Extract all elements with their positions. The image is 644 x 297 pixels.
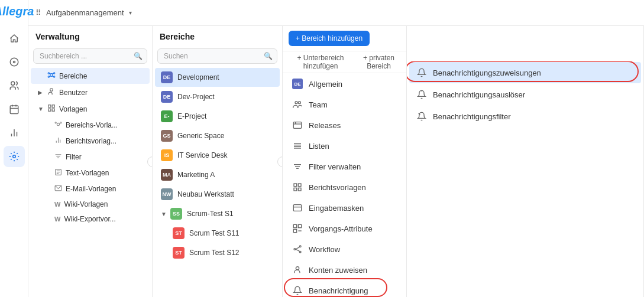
- tree-item-emailvorlagen[interactable]: E-Mail-Vorlagen: [31, 181, 150, 197]
- scrumtest-expand: ▼: [161, 211, 169, 217]
- area-label-devproject: Dev-Project: [177, 93, 215, 101]
- mid-item-vorgangsattribute[interactable]: Vorgangs-Attribute: [285, 218, 404, 239]
- right-item-zuweisungen-wrapper: Benachrichtigungszuweisungen: [407, 62, 643, 83]
- mid-item-benachrichtigung[interactable]: Benachrichtigung: [285, 280, 404, 297]
- mid-item-listen[interactable]: Listen: [285, 136, 404, 156]
- add-privat-button[interactable]: + privaten Bereich: [356, 54, 402, 70]
- svg-point-63: [299, 251, 301, 253]
- releases-label: Releases: [309, 121, 341, 130]
- tree-item-benutzer[interactable]: ▶ Benutzer: [31, 84, 150, 100]
- berichtsvorlag-label: Berichtsvorlag...: [66, 137, 145, 145]
- area-item-development[interactable]: DE Development: [155, 68, 280, 87]
- mid-item-berichtsvorlagen[interactable]: Berichtsvorlagen: [285, 177, 404, 197]
- wikivorlagen-icon: W: [54, 201, 60, 208]
- main-content: ⠿ Aufgabenmanagement ▾ Verwaltung 🔍: [28, 0, 644, 297]
- svg-point-61: [294, 249, 296, 250]
- area-item-scrums11[interactable]: ST Scrum Test S11: [155, 224, 280, 243]
- area-item-marketinga[interactable]: MA Marketing A: [155, 165, 280, 184]
- mid-item-releases[interactable]: Releases: [285, 115, 404, 135]
- tree-item-wikivorlagen[interactable]: W Wiki-Vorlagen: [31, 197, 150, 211]
- mid-item-allgemein[interactable]: DE Allgemein: [285, 74, 404, 94]
- svg-point-27: [60, 122, 62, 123]
- benachrichtigung-icon: [291, 284, 304, 297]
- filterverwalten-icon: [291, 160, 304, 173]
- svg-point-2: [11, 81, 14, 85]
- svg-point-0: [10, 58, 18, 66]
- app-name-label[interactable]: Aufgabenmanagement: [46, 8, 124, 17]
- area-item-neubau[interactable]: NW Neubau Werkstatt: [155, 185, 280, 204]
- area-item-itservice[interactable]: IS IT Service Desk: [155, 146, 280, 165]
- grid-icon[interactable]: ⠿: [35, 8, 41, 17]
- svg-line-65: [296, 249, 300, 251]
- allgemein-icon: DE: [291, 77, 304, 90]
- area-badge-genericspace: GS: [161, 130, 173, 142]
- tree-item-berichtsvorlag[interactable]: Berichtsvorlag...: [31, 133, 150, 149]
- workflow-label: Workflow: [309, 245, 340, 254]
- svg-point-25: [57, 123, 59, 125]
- svg-point-66: [296, 267, 299, 270]
- mid-item-eingabemasken[interactable]: Eingabemasken: [285, 198, 404, 218]
- zuweisungen-label: Benachrichtigungszuweisungen: [433, 68, 541, 77]
- tree-item-textvorlagen[interactable]: Text-Vorlagen: [31, 165, 150, 181]
- chart-icon[interactable]: [4, 122, 25, 143]
- verwaltung-search-icon: 🔍: [134, 52, 143, 60]
- tree-item-wikiexport[interactable]: W Wiki-Exportvor...: [31, 212, 150, 226]
- allgemein-label: Allgemein: [309, 80, 342, 89]
- bereiche-search-input[interactable]: [157, 48, 277, 64]
- verwaltung-search-input[interactable]: [33, 48, 147, 64]
- verwaltung-title: Verwaltung: [35, 32, 80, 41]
- bnfilter-label: Benachrichtigungsfilter: [433, 112, 511, 121]
- bereiche-label: Bereiche: [59, 72, 145, 80]
- kontenzuweisen-icon: [291, 263, 304, 276]
- berichtsvorlagen-icon: [291, 181, 304, 194]
- bereiche-icon: [47, 71, 56, 81]
- area-label-marketinga: Marketing A: [177, 171, 215, 179]
- home-icon[interactable]: [4, 28, 25, 49]
- area-badge-itservice: IS: [161, 149, 173, 161]
- area-item-scrumtest[interactable]: ▼ SS Scrum-Test S1: [155, 204, 280, 223]
- benutzer-icon: [47, 87, 56, 97]
- area-item-eproject[interactable]: E- E-Project: [155, 107, 280, 126]
- bnfilter-icon: [415, 110, 428, 123]
- right-item-bnfilter[interactable]: Benachrichtigungsfilter: [409, 106, 641, 127]
- area-badge-scrums11: ST: [173, 227, 185, 239]
- bereiche-panel-header: Bereiche: [153, 26, 282, 45]
- area-item-scrums12[interactable]: ST Scrum Test S12: [155, 243, 280, 262]
- svg-rect-59: [293, 229, 296, 232]
- svg-point-14: [48, 76, 49, 77]
- mid-item-filterverwalten[interactable]: Filter verwalten: [285, 156, 404, 177]
- tree-item-bereiche[interactable]: Bereiche: [31, 68, 150, 84]
- middle-items: DE Allgemein Team: [283, 73, 406, 297]
- mid-item-team[interactable]: Team: [285, 94, 404, 115]
- svg-rect-41: [293, 122, 301, 129]
- calendar-icon[interactable]: [4, 99, 25, 120]
- mid-item-kontenzuweisen[interactable]: Konten zuweisen: [285, 260, 404, 280]
- area-badge-scrums12: ST: [173, 247, 185, 259]
- compass-icon[interactable]: [4, 51, 25, 73]
- app-dropdown-arrow[interactable]: ▾: [129, 9, 132, 16]
- users-icon[interactable]: [4, 75, 25, 96]
- tree-item-bereichsvorla[interactable]: Bereichs-Vorla...: [31, 118, 150, 133]
- tree-item-vorlagen[interactable]: ▼ Vorlagen: [31, 101, 150, 117]
- svg-point-39: [295, 102, 297, 104]
- textvorlagen-label: Text-Vorlagen: [66, 169, 145, 177]
- svg-rect-55: [293, 205, 301, 211]
- tree-item-filter[interactable]: Filter: [31, 149, 150, 165]
- right-panel: Benachrichtigungszuweisungen Benachricht…: [407, 26, 644, 297]
- area-label-genericspace: Generic Space: [177, 132, 224, 140]
- settings-icon[interactable]: [4, 146, 25, 167]
- add-bereich-button[interactable]: + Bereich hinzufügen: [289, 31, 370, 46]
- area-badge-marketinga: MA: [161, 169, 173, 181]
- area-label-scrums12: Scrum Test S12: [189, 249, 239, 257]
- svg-point-12: [48, 73, 49, 74]
- area-item-devproject[interactable]: DE Dev-Project: [155, 87, 280, 106]
- listen-label: Listen: [309, 142, 329, 151]
- mid-item-workflow[interactable]: Workflow: [285, 239, 404, 259]
- verwaltung-search: 🔍: [33, 48, 147, 64]
- right-item-ausloser[interactable]: Benachrichtigungsauslöser: [409, 84, 641, 105]
- add-unterbereich-button[interactable]: + Unterbereich hinzufügen: [287, 54, 354, 70]
- releases-icon: [291, 119, 304, 132]
- svg-rect-58: [298, 224, 301, 227]
- right-item-zuweisungen[interactable]: Benachrichtigungszuweisungen: [409, 62, 641, 83]
- area-item-genericspace[interactable]: GS Generic Space: [155, 126, 280, 145]
